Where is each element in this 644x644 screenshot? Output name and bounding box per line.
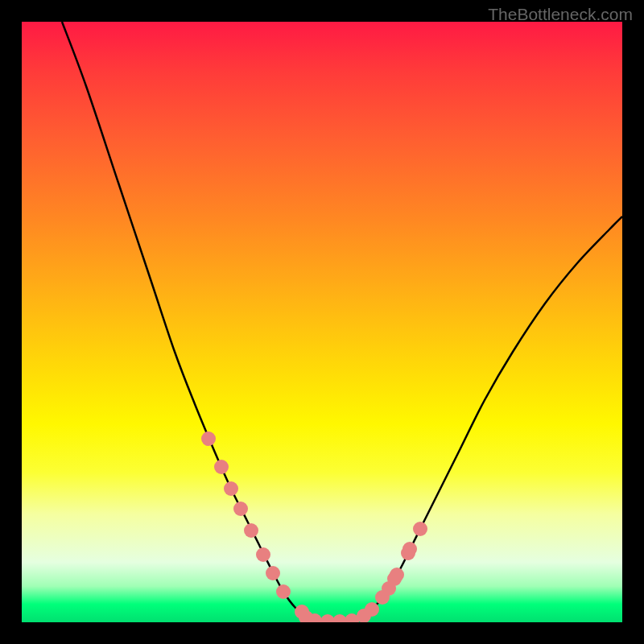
data-marker [224,481,238,496]
chart-container: TheBottleneck.com [0,0,644,644]
data-markers [201,431,427,622]
data-marker [390,568,404,582]
bottleneck-curve [22,22,622,622]
data-marker [382,581,396,596]
data-marker [365,602,379,617]
watermark-text: TheBottleneck.com [488,5,633,24]
curve-line [62,22,622,621]
data-marker [402,542,417,556]
data-marker [201,431,216,446]
data-marker [244,523,258,538]
data-marker [214,460,229,474]
data-marker [413,522,427,536]
data-marker [266,566,280,580]
data-marker [233,502,248,516]
data-marker [276,584,291,599]
plot-area [22,22,622,622]
data-marker [256,547,270,562]
